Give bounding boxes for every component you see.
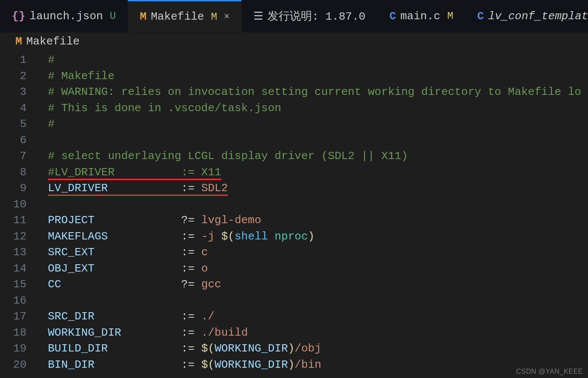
code-content[interactable]: # WARNING: relies on invocation setting … [44,84,588,100]
c-file-icon: C [477,10,484,23]
code-line[interactable]: 4# This is done in .vscode/task.json [0,100,588,117]
tab-lv-conf-template-h[interactable]: Clv_conf_template.h [465,0,588,32]
tab-label: Makefile [151,10,204,23]
line-number: 7 [0,148,38,165]
close-icon[interactable]: × [224,12,229,22]
code-line[interactable]: 14OBJ_EXT := o [0,261,588,277]
git-status-badge: M [211,11,217,23]
tab--1-87-0[interactable]: ☰发行说明: 1.87.0 [241,0,377,32]
line-number: 18 [0,325,38,341]
code-content[interactable]: WORKING_DIR := ./build [44,325,588,341]
watermark: CSDN @YAN_KEEE [516,368,583,375]
code-line[interactable]: 11PROJECT ?= lvgl-demo [0,213,588,229]
makefile-icon: M [15,35,22,48]
git-status-badge: U [110,10,116,22]
line-number: 20 [0,357,38,373]
line-number: 12 [0,229,38,245]
code-content[interactable]: BIN_DIR := $(WORKING_DIR)/bin [44,357,588,373]
code-line[interactable]: 2# Makefile [0,68,588,85]
line-number: 5 [0,116,38,133]
c-file-icon: C [389,10,396,23]
code-line[interactable]: 20BIN_DIR := $(WORKING_DIR)/bin [0,357,588,373]
code-line[interactable]: 16 [0,293,588,309]
release-notes-icon: ☰ [253,9,263,23]
tab-launch-json[interactable]: {}launch.jsonU [0,0,128,32]
code-line[interactable]: 18WORKING_DIR := ./build [0,325,588,341]
line-number: 9 [0,180,38,197]
code-content[interactable] [44,293,588,309]
tab-label: lv_conf_template.h [488,10,588,23]
code-content[interactable] [44,133,588,149]
code-line[interactable]: 15CC ?= gcc [0,277,588,293]
tab-bar: {}launch.jsonUMMakefileM×☰发行说明: 1.87.0Cm… [0,0,588,32]
code-line[interactable]: 10 [0,197,588,213]
line-number: 14 [0,261,38,277]
code-content[interactable]: # This is done in .vscode/task.json [44,100,588,117]
line-number: 17 [0,309,38,325]
line-number: 4 [0,100,38,117]
code-content[interactable]: OBJ_EXT := o [44,261,588,277]
code-line[interactable]: 8#LV_DRIVER := X11 [0,165,588,181]
tab-makefile[interactable]: MMakefileM× [128,0,241,32]
breadcrumb: M Makefile [0,32,588,48]
code-line[interactable]: 7# select underlaying LCGL display drive… [0,148,588,165]
json-icon: {} [12,10,25,23]
code-line[interactable]: 17SRC_DIR := ./ [0,309,588,325]
line-number: 15 [0,277,38,293]
line-number: 10 [0,197,38,213]
code-line[interactable]: 5# [0,116,588,133]
code-content[interactable]: SRC_DIR := ./ [44,309,588,325]
code-content[interactable]: # [44,116,588,133]
code-line[interactable]: 12MAKEFLAGS := -j $(shell nproc) [0,229,588,245]
tab-label: main.c [400,10,441,23]
code-line[interactable]: 9LV_DRIVER := SDL2 [0,180,588,197]
code-content[interactable]: BUILD_DIR := $(WORKING_DIR)/obj [44,341,588,357]
line-number: 8 [0,165,38,181]
code-content[interactable]: # select underlaying LCGL display driver… [44,148,588,165]
code-line[interactable]: 19BUILD_DIR := $(WORKING_DIR)/obj [0,341,588,357]
code-content[interactable]: SRC_EXT := c [44,245,588,261]
code-content[interactable]: CC ?= gcc [44,277,588,293]
line-number: 19 [0,341,38,357]
line-number: 3 [0,84,38,100]
code-line[interactable]: 1# [0,52,588,68]
code-content[interactable]: # [44,52,588,68]
code-content[interactable]: PROJECT ?= lvgl-demo [44,213,588,229]
tab-main-c[interactable]: Cmain.cM [377,0,465,32]
line-number: 13 [0,245,38,261]
code-content[interactable]: LV_DRIVER := SDL2 [44,180,588,197]
code-editor[interactable]: 1#2# Makefile3# WARNING: relies on invoc… [0,48,588,373]
code-line[interactable]: 3# WARNING: relies on invocation setting… [0,84,588,100]
code-content[interactable] [44,197,588,213]
line-number: 1 [0,52,38,68]
line-number: 2 [0,68,38,85]
code-line[interactable]: 6 [0,133,588,149]
code-content[interactable]: #LV_DRIVER := X11 [44,165,588,181]
code-content[interactable]: # Makefile [44,68,588,85]
git-status-badge: M [447,10,453,22]
line-number: 6 [0,133,38,149]
code-content[interactable]: MAKEFLAGS := -j $(shell nproc) [44,229,588,245]
makefile-icon: M [140,10,147,23]
breadcrumb-label: Makefile [26,35,80,48]
line-number: 16 [0,293,38,309]
code-line[interactable]: 13SRC_EXT := c [0,245,588,261]
tab-label: 发行说明: 1.87.0 [268,9,365,24]
line-number: 11 [0,213,38,229]
tab-label: launch.json [29,10,103,23]
